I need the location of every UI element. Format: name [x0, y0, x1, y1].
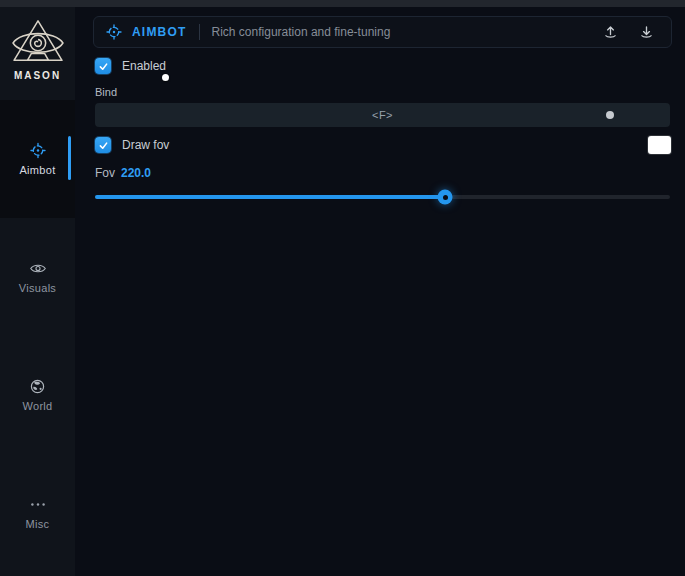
bind-field-dot [606, 111, 614, 119]
sidebar-item-visuals[interactable]: Visuals [0, 218, 75, 336]
enabled-row: Enabled [95, 58, 166, 74]
bind-value: <F> [372, 109, 393, 121]
page-header: AIMBOT Rich configuration and fine-tunin… [93, 16, 672, 48]
upload-icon [603, 24, 618, 40]
brand-logo: MASON [0, 7, 75, 100]
crosshair-icon [106, 24, 122, 40]
sidebar-item-aimbot[interactable]: Aimbot [0, 100, 75, 218]
ellipsis-icon [30, 496, 46, 512]
draw-fov-checkbox[interactable] [95, 137, 111, 153]
header-divider [199, 24, 200, 40]
sidebar-item-label: World [22, 400, 52, 412]
crosshair-icon [30, 142, 46, 158]
download-icon [639, 24, 654, 40]
import-config-button[interactable] [633, 21, 659, 43]
globe-icon [30, 378, 46, 394]
main-content: AIMBOT Rich configuration and fine-tunin… [75, 7, 685, 576]
mason-eye-pyramid-logo-icon [9, 19, 67, 67]
fov-value: 220.0 [121, 166, 151, 180]
fov-slider-thumb[interactable] [438, 190, 453, 205]
mouse-cursor-dot [162, 74, 169, 81]
fov-label: Fov [95, 166, 115, 180]
fov-slider[interactable] [95, 195, 670, 199]
fov-slider-fill [95, 195, 445, 199]
bind-input[interactable]: <F> [95, 103, 670, 127]
draw-fov-row: Draw fov [95, 137, 169, 153]
bind-label: Bind [95, 86, 117, 98]
app-window: MASON Aimbot [0, 0, 685, 576]
sidebar-item-misc[interactable]: Misc [0, 454, 75, 572]
fov-label-row: Fov 220.0 [95, 166, 151, 180]
enabled-checkbox[interactable] [95, 58, 111, 74]
fov-color-swatch[interactable] [648, 136, 671, 154]
page-title: AIMBOT [132, 25, 187, 39]
sidebar: MASON Aimbot [0, 7, 75, 576]
active-indicator [68, 136, 71, 180]
window-top-strip [0, 0, 685, 7]
checkmark-icon [98, 61, 109, 72]
sidebar-item-label: Misc [26, 518, 50, 530]
sidebar-item-world[interactable]: World [0, 336, 75, 454]
enabled-label: Enabled [122, 59, 166, 73]
page-subtitle: Rich configuration and fine-tuning [212, 25, 391, 39]
brand-name: MASON [14, 70, 61, 81]
sidebar-nav: Aimbot Visuals [0, 100, 75, 572]
app-shell: MASON Aimbot [0, 7, 685, 576]
eye-icon [30, 260, 46, 276]
export-config-button[interactable] [597, 21, 623, 43]
sidebar-item-label: Aimbot [19, 164, 55, 176]
checkmark-icon [98, 140, 109, 151]
draw-fov-label: Draw fov [122, 138, 169, 152]
sidebar-item-label: Visuals [19, 282, 56, 294]
